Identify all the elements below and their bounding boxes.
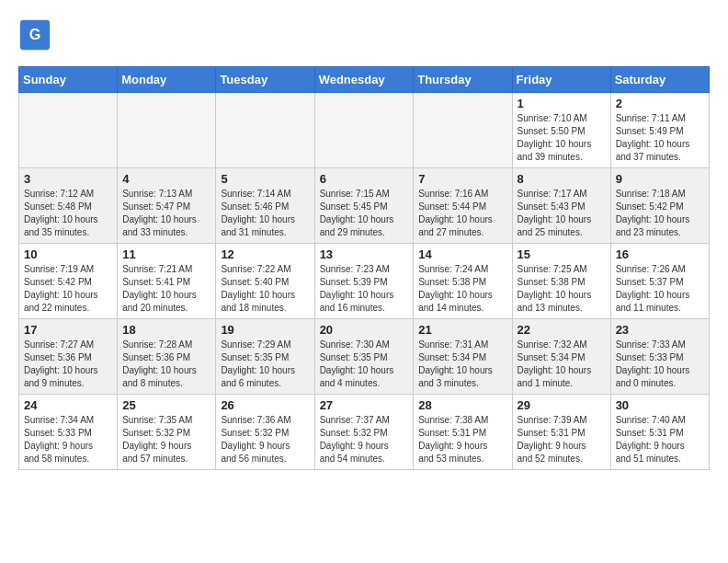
calendar-day: 26Sunrise: 7:36 AM Sunset: 5:32 PM Dayli…	[216, 395, 314, 470]
day-info: Sunrise: 7:14 AM Sunset: 5:46 PM Dayligh…	[221, 188, 309, 239]
calendar-day: 14Sunrise: 7:24 AM Sunset: 5:38 PM Dayli…	[414, 244, 512, 319]
day-info: Sunrise: 7:13 AM Sunset: 5:47 PM Dayligh…	[122, 188, 210, 239]
day-number: 28	[418, 398, 506, 412]
day-number: 30	[616, 398, 704, 412]
calendar-day: 7Sunrise: 7:16 AM Sunset: 5:44 PM Daylig…	[414, 168, 512, 244]
day-info: Sunrise: 7:32 AM Sunset: 5:34 PM Dayligh…	[518, 339, 606, 390]
weekday-header-tuesday: Tuesday	[216, 67, 314, 93]
weekday-header-wednesday: Wednesday	[314, 67, 414, 93]
day-number: 8	[518, 172, 606, 186]
logo-icon: G	[18, 18, 51, 52]
day-number: 19	[221, 323, 309, 337]
day-info: Sunrise: 7:31 AM Sunset: 5:34 PM Dayligh…	[418, 339, 506, 390]
day-info: Sunrise: 7:21 AM Sunset: 5:41 PM Dayligh…	[122, 263, 210, 315]
logo: G	[18, 18, 57, 52]
calendar-day	[19, 93, 118, 168]
day-info: Sunrise: 7:29 AM Sunset: 5:35 PM Dayligh…	[221, 339, 309, 390]
calendar-day: 16Sunrise: 7:26 AM Sunset: 5:37 PM Dayli…	[610, 244, 709, 319]
day-number: 23	[616, 323, 704, 337]
svg-text:G: G	[29, 26, 41, 42]
weekday-header-sunday: Sunday	[19, 67, 118, 93]
calendar-day: 8Sunrise: 7:17 AM Sunset: 5:43 PM Daylig…	[512, 168, 610, 244]
calendar-day: 2Sunrise: 7:11 AM Sunset: 5:49 PM Daylig…	[610, 93, 709, 168]
weekday-header-row: SundayMondayTuesdayWednesdayThursdayFrid…	[19, 67, 710, 93]
page-header: G	[18, 18, 710, 52]
calendar-week-row: 1Sunrise: 7:10 AM Sunset: 5:50 PM Daylig…	[19, 93, 710, 168]
day-number: 25	[122, 398, 210, 412]
calendar-day: 13Sunrise: 7:23 AM Sunset: 5:39 PM Dayli…	[314, 244, 414, 319]
calendar-day: 21Sunrise: 7:31 AM Sunset: 5:34 PM Dayli…	[414, 319, 512, 395]
day-number: 17	[24, 323, 112, 337]
calendar-week-row: 10Sunrise: 7:19 AM Sunset: 5:42 PM Dayli…	[19, 244, 710, 319]
day-number: 4	[122, 172, 210, 186]
day-number: 21	[418, 323, 506, 337]
day-info: Sunrise: 7:36 AM Sunset: 5:32 PM Dayligh…	[221, 414, 309, 465]
calendar-day: 30Sunrise: 7:40 AM Sunset: 5:31 PM Dayli…	[610, 395, 709, 470]
day-number: 15	[518, 247, 606, 261]
calendar-day: 10Sunrise: 7:19 AM Sunset: 5:42 PM Dayli…	[19, 244, 118, 319]
day-info: Sunrise: 7:17 AM Sunset: 5:43 PM Dayligh…	[518, 188, 606, 239]
day-info: Sunrise: 7:38 AM Sunset: 5:31 PM Dayligh…	[418, 414, 506, 465]
day-number: 27	[320, 398, 409, 412]
day-info: Sunrise: 7:19 AM Sunset: 5:42 PM Dayligh…	[24, 263, 112, 315]
weekday-header-friday: Friday	[512, 67, 610, 93]
calendar-day: 24Sunrise: 7:34 AM Sunset: 5:33 PM Dayli…	[19, 395, 118, 470]
day-number: 24	[24, 398, 112, 412]
calendar-week-row: 17Sunrise: 7:27 AM Sunset: 5:36 PM Dayli…	[19, 319, 710, 395]
day-info: Sunrise: 7:28 AM Sunset: 5:36 PM Dayligh…	[122, 339, 210, 390]
calendar-day: 17Sunrise: 7:27 AM Sunset: 5:36 PM Dayli…	[19, 319, 118, 395]
day-info: Sunrise: 7:15 AM Sunset: 5:45 PM Dayligh…	[320, 188, 409, 239]
day-number: 13	[320, 247, 409, 261]
calendar-day: 29Sunrise: 7:39 AM Sunset: 5:31 PM Dayli…	[512, 395, 610, 470]
calendar-day: 11Sunrise: 7:21 AM Sunset: 5:41 PM Dayli…	[118, 244, 216, 319]
day-info: Sunrise: 7:26 AM Sunset: 5:37 PM Dayligh…	[616, 263, 704, 315]
day-info: Sunrise: 7:23 AM Sunset: 5:39 PM Dayligh…	[320, 263, 409, 315]
day-info: Sunrise: 7:33 AM Sunset: 5:33 PM Dayligh…	[616, 339, 704, 390]
day-info: Sunrise: 7:27 AM Sunset: 5:36 PM Dayligh…	[24, 339, 112, 390]
day-number: 22	[518, 323, 606, 337]
weekday-header-monday: Monday	[118, 67, 216, 93]
day-number: 2	[616, 97, 704, 110]
calendar-day: 22Sunrise: 7:32 AM Sunset: 5:34 PM Dayli…	[512, 319, 610, 395]
calendar-day: 20Sunrise: 7:30 AM Sunset: 5:35 PM Dayli…	[314, 319, 414, 395]
calendar-day: 12Sunrise: 7:22 AM Sunset: 5:40 PM Dayli…	[216, 244, 314, 319]
weekday-header-thursday: Thursday	[414, 67, 512, 93]
day-number: 5	[221, 172, 309, 186]
calendar-day: 15Sunrise: 7:25 AM Sunset: 5:38 PM Dayli…	[512, 244, 610, 319]
day-info: Sunrise: 7:24 AM Sunset: 5:38 PM Dayligh…	[418, 263, 506, 315]
calendar-table: SundayMondayTuesdayWednesdayThursdayFrid…	[18, 66, 710, 470]
calendar-day: 28Sunrise: 7:38 AM Sunset: 5:31 PM Dayli…	[414, 395, 512, 470]
day-info: Sunrise: 7:18 AM Sunset: 5:42 PM Dayligh…	[616, 188, 704, 239]
calendar-day: 6Sunrise: 7:15 AM Sunset: 5:45 PM Daylig…	[314, 168, 414, 244]
day-number: 1	[518, 97, 606, 110]
day-info: Sunrise: 7:12 AM Sunset: 5:48 PM Dayligh…	[24, 188, 112, 239]
day-number: 10	[24, 247, 112, 261]
day-number: 20	[320, 323, 409, 337]
day-info: Sunrise: 7:10 AM Sunset: 5:50 PM Dayligh…	[518, 112, 606, 164]
calendar-day: 9Sunrise: 7:18 AM Sunset: 5:42 PM Daylig…	[610, 168, 709, 244]
day-number: 18	[122, 323, 210, 337]
calendar-day	[314, 93, 414, 168]
calendar-day: 27Sunrise: 7:37 AM Sunset: 5:32 PM Dayli…	[314, 395, 414, 470]
day-info: Sunrise: 7:16 AM Sunset: 5:44 PM Dayligh…	[418, 188, 506, 239]
day-number: 6	[320, 172, 409, 186]
day-info: Sunrise: 7:35 AM Sunset: 5:32 PM Dayligh…	[122, 414, 210, 465]
calendar-day: 4Sunrise: 7:13 AM Sunset: 5:47 PM Daylig…	[118, 168, 216, 244]
day-info: Sunrise: 7:22 AM Sunset: 5:40 PM Dayligh…	[221, 263, 309, 315]
day-info: Sunrise: 7:11 AM Sunset: 5:49 PM Dayligh…	[616, 112, 704, 164]
day-info: Sunrise: 7:25 AM Sunset: 5:38 PM Dayligh…	[518, 263, 606, 315]
day-info: Sunrise: 7:34 AM Sunset: 5:33 PM Dayligh…	[24, 414, 112, 465]
calendar-day: 3Sunrise: 7:12 AM Sunset: 5:48 PM Daylig…	[19, 168, 118, 244]
day-number: 7	[418, 172, 506, 186]
calendar-day	[414, 93, 512, 168]
calendar-day: 19Sunrise: 7:29 AM Sunset: 5:35 PM Dayli…	[216, 319, 314, 395]
day-info: Sunrise: 7:40 AM Sunset: 5:31 PM Dayligh…	[616, 414, 704, 465]
calendar-day	[118, 93, 216, 168]
weekday-header-saturday: Saturday	[610, 67, 709, 93]
day-number: 29	[518, 398, 606, 412]
calendar-day: 25Sunrise: 7:35 AM Sunset: 5:32 PM Dayli…	[118, 395, 216, 470]
calendar-day	[216, 93, 314, 168]
day-number: 26	[221, 398, 309, 412]
calendar-week-row: 24Sunrise: 7:34 AM Sunset: 5:33 PM Dayli…	[19, 395, 710, 470]
day-info: Sunrise: 7:39 AM Sunset: 5:31 PM Dayligh…	[518, 414, 606, 465]
